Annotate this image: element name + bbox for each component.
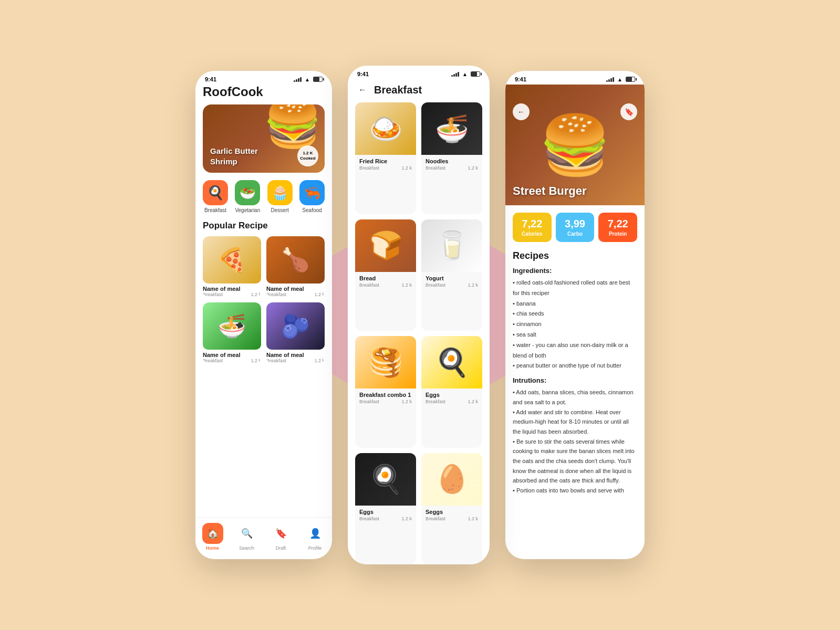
food-name-noodles: Noodles [426, 158, 478, 164]
bookmark-button[interactable]: 🔖 [620, 103, 637, 120]
recipe-card-3[interactable]: 🫐 Name of meal Breakfast 1.2 k [266, 302, 325, 363]
food-meta-noodles: Breakfast 1.2 k [426, 165, 478, 171]
back-button-3[interactable]: ← [513, 103, 530, 120]
time-1: 9:41 [205, 76, 216, 82]
food-card-bread[interactable]: 🍞 Bread Breakfast 1.2 k [355, 219, 416, 331]
food-cat-seggs: Breakfast [426, 516, 445, 521]
food-img-combo: 🥞 [355, 336, 416, 388]
battery-icon-1 [313, 77, 323, 82]
food-card-seggs[interactable]: 🥚 Seggs Breakfast 1.2 k [421, 453, 482, 565]
recipe-category-0: Breakfast [203, 292, 223, 297]
category-seafood[interactable]: 🦐 Seafood [299, 180, 325, 213]
food-count-rice: 1.2 k [401, 165, 412, 171]
recipe-img-1: 🍗 [266, 236, 325, 284]
food-card-eggs[interactable]: 🍳 Eggs Breakfast 1.2 k [421, 336, 482, 448]
recipe-card-2[interactable]: 🍜 Name of meal Breakfast 1.2 k [203, 302, 261, 363]
recipe-grid: 🍕 Name of meal Breakfast 1.2 k 🍗 Name of… [203, 236, 325, 363]
dessert-label: Dessert [271, 207, 288, 213]
signal-bar-1 [294, 80, 295, 82]
food-card-fried-eggs[interactable]: 🍳 Eggs Breakfast 1.2 k [355, 453, 416, 565]
food-img-fried-eggs: 🍳 [355, 453, 416, 506]
food-meta-seggs: Breakfast 1.2 k [426, 516, 478, 521]
recipe-card-1[interactable]: 🍗 Name of meal Breakfast 1.2 k [266, 236, 325, 297]
food-card-combo[interactable]: 🥞 Breakfast combo 1 Breakfast 1.2 k [355, 336, 416, 448]
category-vegetarian[interactable]: 🥗 Vegetarian [235, 180, 260, 213]
food-cat-noodles: Breakfast [426, 165, 445, 171]
recipe-meta-0: Breakfast 1.2 k [203, 292, 261, 297]
recipe-emoji-3: 🫐 [266, 302, 325, 350]
food-name-seggs: Seggs [426, 509, 478, 515]
hero-burger-emoji: 🍔 [263, 104, 322, 146]
nav-search-label: Search [239, 545, 254, 551]
food-img-rice: 🍛 [355, 102, 416, 155]
battery-fill-3 [626, 77, 632, 81]
food-info-fried-eggs: Eggs Breakfast 1.2 k [355, 506, 416, 524]
battery-icon-2 [471, 71, 480, 77]
hero-subtitle: Shrimp [210, 157, 237, 166]
phone-breakfast: 9:41 ▲ ← Breakfast 🍛 [348, 66, 490, 564]
hero-badge-count: 1.2 K [303, 151, 313, 156]
category-dessert[interactable]: 🧁 Dessert [267, 180, 293, 213]
food-card-fried-rice[interactable]: 🍛 Fried Rice Breakfast 1.2 k [355, 102, 416, 214]
food-count-yogurt: 1.2 k [468, 282, 478, 288]
back-button-2[interactable]: ← [355, 82, 370, 97]
food-grid: 🍛 Fried Rice Breakfast 1.2 k 🍜 Noodles B… [348, 102, 490, 564]
food-cat-bread: Breakfast [359, 282, 379, 288]
food-meta-combo: Breakfast 1.2 k [359, 399, 412, 404]
food-meta-eggs: Breakfast 1.2 k [426, 399, 478, 404]
phone-home: 9:41 ▲ RoofCook 🍔 Garl [195, 71, 332, 559]
status-icons-1: ▲ [294, 77, 323, 82]
s1 [606, 80, 608, 82]
carbo-label: Carbo [567, 231, 583, 237]
recipe-name-1: Name of meal [266, 286, 325, 292]
nav-home-label: Home [206, 545, 219, 551]
seafood-icon-box: 🦐 [299, 180, 325, 205]
recipe-meta-1: Breakfast 1.2 k [266, 292, 325, 297]
food-meta-fried-eggs: Breakfast 1.2 k [359, 516, 412, 521]
protein-value: 7,22 [608, 218, 628, 230]
food-meta-bread: Breakfast 1.2 k [359, 282, 412, 288]
recipe-name-2: Name of meal [203, 352, 261, 358]
hero-banner[interactable]: 🍔 Garlic Butter Shrimp 1.2 K Cooked [203, 104, 325, 173]
food-name-fried-eggs: Eggs [359, 509, 412, 515]
breakfast-label: Breakfast [204, 207, 226, 213]
ingredient-4: • sea salt [513, 330, 637, 340]
recipe-img-0: 🍕 [203, 236, 261, 284]
nav-draft[interactable]: 🔖 Draft [271, 523, 292, 551]
dessert-icon-box: 🧁 [267, 180, 293, 205]
recipe-meta-3: Breakfast 1.2 k [266, 358, 325, 363]
food-img-eggs: 🍳 [421, 336, 482, 388]
stat-protein: 7,22 Protein [598, 213, 637, 242]
recipe-hero: 🍔 ← 🔖 Street Burger [505, 85, 645, 205]
sb2 [453, 74, 455, 77]
draft-nav-icon: 🔖 [271, 523, 292, 544]
food-card-noodles[interactable]: 🍜 Noodles Breakfast 1.2 k [421, 102, 482, 214]
status-icons-2: ▲ [451, 71, 480, 77]
category-breakfast[interactable]: 🍳 Breakfast [203, 180, 228, 213]
nav-draft-label: Draft [276, 545, 286, 551]
signal-bar-4 [300, 77, 302, 82]
signal-bar-2 [296, 79, 297, 82]
nav-home[interactable]: 🏠 Home [202, 523, 223, 551]
food-meta-rice: Breakfast 1.2 k [359, 165, 412, 171]
nav-search[interactable]: 🔍 Search [236, 523, 257, 551]
food-info-rice: Fried Rice Breakfast 1.2 k [355, 155, 416, 174]
sb1 [451, 75, 453, 77]
vegetarian-icon-box: 🥗 [235, 180, 260, 205]
hero-badge: 1.2 K Cooked [297, 145, 318, 166]
recipe-card-0[interactable]: 🍕 Name of meal Breakfast 1.2 k [203, 236, 261, 297]
status-bar-2: 9:41 ▲ [348, 66, 490, 79]
food-card-yogurt[interactable]: 🥛 Yogurt Breakfast 1.2 k [421, 219, 482, 331]
food-info-yogurt: Yogurt Breakfast 1.2 k [421, 272, 482, 291]
signal-bar-3 [298, 78, 299, 82]
stat-carbo: 3,99 Carbo [556, 213, 595, 242]
recipe-count-3: 1.2 k [314, 358, 325, 363]
search-nav-icon: 🔍 [236, 523, 257, 544]
wifi-icon-1: ▲ [305, 77, 310, 82]
recipe-name-3: Name of meal [266, 352, 325, 358]
recipe-count-1: 1.2 k [314, 292, 325, 297]
food-img-seggs: 🥚 [421, 453, 482, 506]
food-meta-yogurt: Breakfast 1.2 k [426, 282, 478, 288]
breakfast-screen-title: Breakfast [374, 84, 422, 96]
nav-profile[interactable]: 👤 Profile [305, 523, 326, 551]
